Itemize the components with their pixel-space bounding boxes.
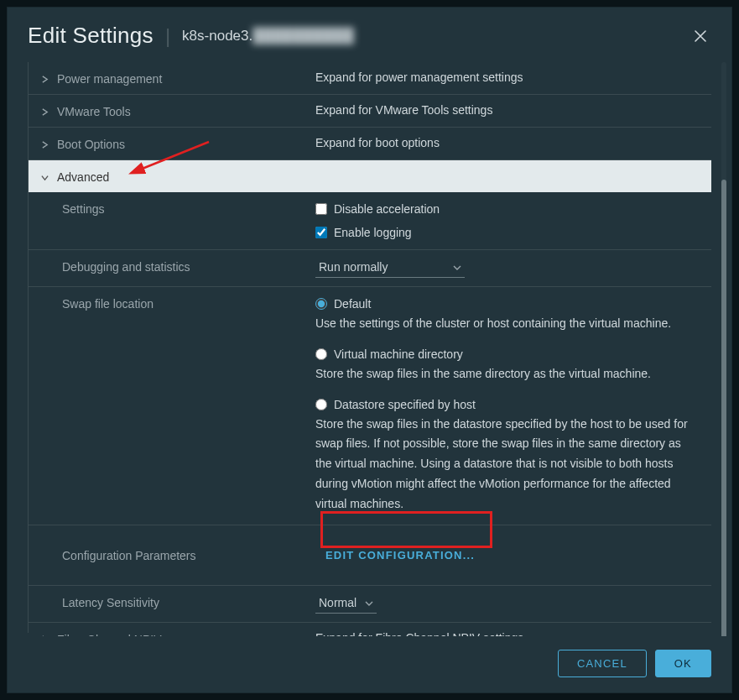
row-value: Expand for Fibre Channel NPIV settings bbox=[315, 631, 711, 636]
chevron-down-icon bbox=[365, 597, 373, 610]
dialog-header: Edit Settings | k8s-node3.██████████ bbox=[8, 8, 731, 62]
row-label: Settings bbox=[62, 202, 105, 216]
row-boot-options[interactable]: Boot Options Expand for boot options bbox=[29, 128, 711, 160]
row-label: VMware Tools bbox=[57, 105, 131, 118]
ok-button[interactable]: OK bbox=[655, 650, 711, 677]
row-configuration-parameters: Configuration Parameters EDIT CONFIGURAT… bbox=[29, 525, 711, 586]
vm-name-redacted: ██████████ bbox=[252, 28, 353, 44]
swap-default-radio[interactable] bbox=[315, 298, 327, 310]
edit-settings-dialog: Edit Settings | k8s-node3.██████████ Pow… bbox=[7, 7, 732, 693]
row-advanced[interactable]: Advanced bbox=[29, 160, 711, 192]
radio-description: Use the settings of the cluster or host … bbox=[315, 314, 698, 346]
row-label: Fibre Channel NPIV bbox=[57, 633, 162, 636]
checkbox-label: Enable logging bbox=[334, 226, 412, 239]
row-swap-file-location: Swap file location Default Use the setti… bbox=[29, 287, 711, 525]
chevron-down-icon bbox=[39, 174, 50, 181]
row-value: Expand for VMware Tools settings bbox=[315, 103, 711, 117]
debugging-select[interactable]: Run normally bbox=[315, 259, 465, 278]
swap-vmdir-radio[interactable] bbox=[315, 348, 327, 360]
row-fibre-channel-npiv[interactable]: Fibre Channel NPIV Expand for Fibre Chan… bbox=[29, 623, 711, 636]
chevron-right-icon bbox=[39, 141, 50, 149]
dialog-body: Power management Expand for power manage… bbox=[8, 62, 731, 636]
latency-select[interactable]: Normal bbox=[315, 594, 377, 614]
vm-name-prefix: k8s-node3. bbox=[182, 28, 252, 44]
select-value: Normal bbox=[319, 596, 356, 609]
radio-description: Store the swap files in the same directo… bbox=[315, 364, 698, 396]
enable-logging-checkbox[interactable] bbox=[315, 227, 327, 238]
close-icon[interactable] bbox=[690, 25, 711, 47]
row-latency-sensitivity: Latency Sensitivity Normal bbox=[29, 586, 711, 623]
vm-name: k8s-node3.██████████ bbox=[182, 28, 354, 44]
row-value: Expand for power management settings bbox=[315, 71, 711, 84]
title-divider: | bbox=[165, 24, 170, 48]
cancel-button[interactable]: CANCEL bbox=[558, 650, 647, 677]
dialog-footer: CANCEL OK bbox=[8, 636, 731, 692]
row-settings: Settings Disable acceleration Enable log… bbox=[29, 192, 711, 250]
scrollbar-thumb[interactable] bbox=[721, 180, 726, 636]
row-label: Advanced bbox=[57, 170, 109, 184]
checkbox-label: Disable acceleration bbox=[334, 202, 440, 216]
radio-label: Default bbox=[334, 297, 371, 311]
row-value: Expand for boot options bbox=[315, 136, 711, 149]
row-label: Boot Options bbox=[57, 138, 125, 151]
row-label: Power management bbox=[57, 72, 162, 86]
row-power-management[interactable]: Power management Expand for power manage… bbox=[29, 62, 711, 95]
row-label: Swap file location bbox=[62, 297, 154, 311]
row-debugging-statistics: Debugging and statistics Run normally bbox=[29, 250, 711, 287]
disable-acceleration-checkbox[interactable] bbox=[315, 203, 327, 215]
row-label: Debugging and statistics bbox=[62, 260, 190, 274]
chevron-right-icon bbox=[39, 108, 50, 116]
radio-label: Virtual machine directory bbox=[334, 347, 463, 361]
chevron-right-icon bbox=[39, 635, 50, 636]
settings-scroll-area: Power management Expand for power manage… bbox=[28, 62, 711, 633]
select-value: Run normally bbox=[319, 260, 388, 274]
row-vmware-tools[interactable]: VMware Tools Expand for VMware Tools set… bbox=[29, 95, 711, 128]
row-label: Configuration Parameters bbox=[62, 549, 196, 562]
row-label: Latency Sensitivity bbox=[62, 596, 159, 609]
dialog-title: Edit Settings bbox=[28, 23, 154, 49]
chevron-right-icon bbox=[39, 76, 50, 83]
edit-configuration-button[interactable]: EDIT CONFIGURATION... bbox=[315, 541, 485, 570]
chevron-down-icon bbox=[453, 261, 461, 274]
radio-description: Store the swap files in the datastore sp… bbox=[315, 415, 698, 516]
swap-dshost-radio[interactable] bbox=[315, 399, 327, 410]
radio-label: Datastore specified by host bbox=[334, 398, 476, 411]
